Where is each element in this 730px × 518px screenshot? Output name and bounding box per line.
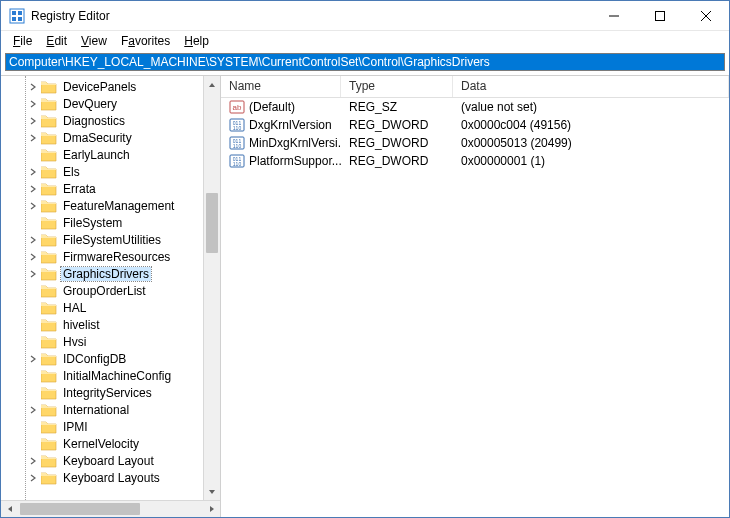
list-body: ab(Default)REG_SZ(value not set)011110Dx… xyxy=(221,98,729,517)
tree-horizontal-scrollbar[interactable] xyxy=(1,500,220,517)
tree-item[interactable]: IPMI xyxy=(1,418,203,435)
svg-text:110: 110 xyxy=(233,143,242,149)
folder-icon xyxy=(41,199,57,213)
tree-item[interactable]: FirmwareResources xyxy=(1,248,203,265)
address-bar[interactable]: Computer\HKEY_LOCAL_MACHINE\SYSTEM\Curre… xyxy=(5,53,725,71)
scroll-track-h[interactable] xyxy=(18,501,203,517)
tree-item[interactable]: InitialMachineConfig xyxy=(1,367,203,384)
column-header-name[interactable]: Name xyxy=(221,76,341,97)
scroll-down-button[interactable] xyxy=(204,483,220,500)
expand-chevron-icon[interactable] xyxy=(27,183,39,195)
tree-item[interactable]: FileSystem xyxy=(1,214,203,231)
tree-item[interactable]: DmaSecurity xyxy=(1,129,203,146)
content-area: DevicePanelsDevQueryDiagnosticsDmaSecuri… xyxy=(1,75,729,517)
svg-rect-3 xyxy=(12,17,16,21)
column-header-type[interactable]: Type xyxy=(341,76,453,97)
titlebar: Registry Editor xyxy=(1,1,729,31)
folder-icon xyxy=(41,131,57,145)
expand-chevron-icon[interactable] xyxy=(27,268,39,280)
folder-icon xyxy=(41,301,57,315)
folder-icon xyxy=(41,148,57,162)
folder-icon xyxy=(41,182,57,196)
tree-vertical-scrollbar[interactable] xyxy=(203,76,220,500)
svg-marker-9 xyxy=(209,83,215,87)
maximize-button[interactable] xyxy=(637,1,683,30)
expand-chevron-icon[interactable] xyxy=(27,455,39,467)
menu-view[interactable]: View xyxy=(75,32,113,50)
value-row[interactable]: ab(Default)REG_SZ(value not set) xyxy=(221,98,729,116)
value-row[interactable]: 011110MinDxgKrnlVersi...REG_DWORD0x00005… xyxy=(221,134,729,152)
menubar: File Edit View Favorites Help xyxy=(1,31,729,51)
folder-icon xyxy=(41,335,57,349)
tree-item[interactable]: Keyboard Layouts xyxy=(1,469,203,486)
tree-item-label: DevicePanels xyxy=(61,80,138,94)
menu-file[interactable]: File xyxy=(7,32,38,50)
menu-help[interactable]: Help xyxy=(178,32,215,50)
tree-item[interactable]: Els xyxy=(1,163,203,180)
value-data: 0x00000001 (1) xyxy=(453,154,729,168)
tree-item[interactable]: Diagnostics xyxy=(1,112,203,129)
folder-icon xyxy=(41,403,57,417)
tree-item-label: hivelist xyxy=(61,318,102,332)
expand-chevron-icon[interactable] xyxy=(27,404,39,416)
value-name: (Default) xyxy=(249,100,295,114)
tree-item[interactable]: GraphicsDrivers xyxy=(1,265,203,282)
expand-chevron-icon[interactable] xyxy=(27,98,39,110)
folder-icon xyxy=(41,267,57,281)
scroll-thumb-h[interactable] xyxy=(20,503,140,515)
address-text: Computer\HKEY_LOCAL_MACHINE\SYSTEM\Curre… xyxy=(9,55,490,69)
folder-icon xyxy=(41,386,57,400)
expand-chevron-icon[interactable] xyxy=(27,132,39,144)
scroll-right-button[interactable] xyxy=(203,501,220,517)
value-name: MinDxgKrnlVersi... xyxy=(249,136,341,150)
tree-item[interactable]: International xyxy=(1,401,203,418)
folder-icon xyxy=(41,233,57,247)
tree-item[interactable]: HAL xyxy=(1,299,203,316)
svg-text:110: 110 xyxy=(233,161,242,167)
folder-icon xyxy=(41,471,57,485)
folder-icon xyxy=(41,318,57,332)
minimize-button[interactable] xyxy=(591,1,637,30)
value-type: REG_SZ xyxy=(341,100,453,114)
expand-chevron-icon[interactable] xyxy=(27,353,39,365)
tree-item[interactable]: Errata xyxy=(1,180,203,197)
tree-item-label: FileSystem xyxy=(61,216,124,230)
tree-item[interactable]: FileSystemUtilities xyxy=(1,231,203,248)
tree-item-label: Keyboard Layouts xyxy=(61,471,162,485)
tree-item[interactable]: DevicePanels xyxy=(1,78,203,95)
expand-chevron-icon[interactable] xyxy=(27,81,39,93)
column-header-data[interactable]: Data xyxy=(453,76,729,97)
tree-item[interactable]: IntegrityServices xyxy=(1,384,203,401)
binary-value-icon: 011110 xyxy=(229,153,245,169)
tree-item[interactable]: Hvsi xyxy=(1,333,203,350)
menu-edit[interactable]: Edit xyxy=(40,32,73,50)
tree-item[interactable]: Keyboard Layout xyxy=(1,452,203,469)
scroll-track[interactable] xyxy=(204,93,220,483)
expand-chevron-icon[interactable] xyxy=(27,234,39,246)
scroll-thumb[interactable] xyxy=(206,193,218,253)
tree-item[interactable]: KernelVelocity xyxy=(1,435,203,452)
svg-marker-10 xyxy=(209,490,215,494)
scroll-left-button[interactable] xyxy=(1,501,18,517)
close-button[interactable] xyxy=(683,1,729,30)
expand-chevron-icon[interactable] xyxy=(27,251,39,263)
tree-item[interactable]: GroupOrderList xyxy=(1,282,203,299)
tree-item[interactable]: FeatureManagement xyxy=(1,197,203,214)
regedit-app-icon xyxy=(9,8,25,24)
svg-marker-12 xyxy=(210,506,214,512)
value-row[interactable]: 011110PlatformSuppor...REG_DWORD0x000000… xyxy=(221,152,729,170)
value-row[interactable]: 011110DxgKrnlVersionREG_DWORD0x0000c004 … xyxy=(221,116,729,134)
scroll-up-button[interactable] xyxy=(204,76,220,93)
tree-item[interactable]: IDConfigDB xyxy=(1,350,203,367)
string-value-icon: ab xyxy=(229,99,245,115)
expand-chevron-icon[interactable] xyxy=(27,200,39,212)
tree-item-label: DmaSecurity xyxy=(61,131,134,145)
expand-chevron-icon[interactable] xyxy=(27,472,39,484)
value-type: REG_DWORD xyxy=(341,136,453,150)
expand-chevron-icon[interactable] xyxy=(27,166,39,178)
tree-item[interactable]: EarlyLaunch xyxy=(1,146,203,163)
expand-chevron-icon[interactable] xyxy=(27,115,39,127)
menu-favorites[interactable]: Favorites xyxy=(115,32,176,50)
tree-item[interactable]: DevQuery xyxy=(1,95,203,112)
tree-item[interactable]: hivelist xyxy=(1,316,203,333)
